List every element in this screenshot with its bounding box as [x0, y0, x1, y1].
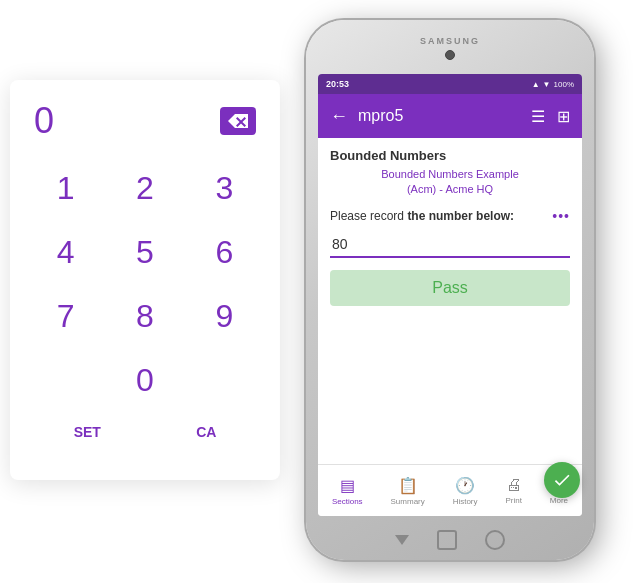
- keypad-display-value: 0: [34, 100, 54, 142]
- back-button-hardware[interactable]: [395, 535, 409, 545]
- keypad-grid: 1 2 3 4 5 6 7 8 9: [26, 156, 264, 348]
- print-label: Print: [505, 496, 521, 505]
- print-icon: 🖨: [506, 476, 522, 494]
- sections-icon: ▤: [340, 476, 355, 495]
- app-title: mpro5: [358, 107, 521, 125]
- nav-summary[interactable]: 📋 Summary: [391, 476, 425, 506]
- key-6[interactable]: 6: [185, 220, 264, 284]
- app-main-content: Bounded Numbers Bounded Numbers Example(…: [318, 138, 582, 464]
- answer-input[interactable]: [330, 232, 570, 258]
- backspace-icon: [228, 114, 248, 128]
- grid-icon[interactable]: ⊞: [557, 107, 570, 126]
- key-5[interactable]: 5: [105, 220, 184, 284]
- question-text: Please record the number below:: [330, 209, 514, 223]
- cancel-button[interactable]: CA: [180, 416, 232, 448]
- phone-screen: 20:53 ▲ ▼ 100% ← mpro5 ☰ ⊞: [318, 74, 582, 516]
- battery-icon: 100%: [554, 80, 574, 89]
- check-icon: [552, 470, 572, 490]
- key-3[interactable]: 3: [185, 156, 264, 220]
- phone-brand: SAMSUNG: [306, 36, 594, 46]
- home-button-hardware[interactable]: [437, 530, 457, 550]
- keypad-display-row: 0: [26, 96, 264, 146]
- section-title: Bounded Numbers: [330, 148, 570, 163]
- nav-print[interactable]: 🖨 Print: [505, 476, 521, 505]
- nav-sections[interactable]: ▤ Sections: [332, 476, 363, 506]
- phone-body: SAMSUNG 20:53 ▲ ▼ 100% ← mpro5: [306, 20, 594, 560]
- status-icons: ▲ ▼ 100%: [532, 80, 574, 89]
- key-2[interactable]: 2: [105, 156, 184, 220]
- numeric-keypad: 0 1 2 3 4 5 6 7 8 9 0 SET CA: [10, 80, 280, 480]
- network-icon: ▲: [532, 80, 540, 89]
- sections-label: Sections: [332, 497, 363, 506]
- confirm-fab[interactable]: [544, 462, 580, 498]
- key-8[interactable]: 8: [105, 284, 184, 348]
- nav-history[interactable]: 🕐 History: [453, 476, 478, 506]
- phone-mockup: SAMSUNG 20:53 ▲ ▼ 100% ← mpro5: [290, 10, 610, 570]
- bottom-nav: ▤ Sections 📋 Summary 🕐 History 🖨 Print: [318, 464, 582, 516]
- pass-button[interactable]: Pass: [330, 270, 570, 306]
- scene: 0 1 2 3 4 5 6 7 8 9 0 SET CA: [0, 0, 640, 583]
- keypad-actions: SET CA: [26, 416, 264, 448]
- key-7[interactable]: 7: [26, 284, 105, 348]
- header-icons: ☰ ⊞: [531, 107, 570, 126]
- phone-camera: [445, 50, 455, 60]
- key-9[interactable]: 9: [185, 284, 264, 348]
- key-0[interactable]: 0: [136, 348, 154, 412]
- wifi-icon: ▼: [543, 80, 551, 89]
- more-options-icon[interactable]: •••: [552, 208, 570, 224]
- recents-button-hardware[interactable]: [485, 530, 505, 550]
- summary-icon: 📋: [398, 476, 418, 495]
- section-subtitle: Bounded Numbers Example(Acm) - Acme HQ: [330, 167, 570, 198]
- back-button[interactable]: ←: [330, 106, 348, 127]
- status-time: 20:53: [326, 79, 349, 89]
- phone-home-bar: [306, 530, 594, 550]
- menu-icon[interactable]: ☰: [531, 107, 545, 126]
- key-1[interactable]: 1: [26, 156, 105, 220]
- history-icon: 🕐: [455, 476, 475, 495]
- set-button[interactable]: SET: [58, 416, 117, 448]
- question-row: Please record the number below: •••: [330, 208, 570, 224]
- summary-label: Summary: [391, 497, 425, 506]
- keypad-zero-row: 0: [26, 348, 264, 412]
- history-label: History: [453, 497, 478, 506]
- key-4[interactable]: 4: [26, 220, 105, 284]
- status-bar: 20:53 ▲ ▼ 100%: [318, 74, 582, 94]
- backspace-button[interactable]: [220, 107, 256, 135]
- app-header: ← mpro5 ☰ ⊞: [318, 94, 582, 138]
